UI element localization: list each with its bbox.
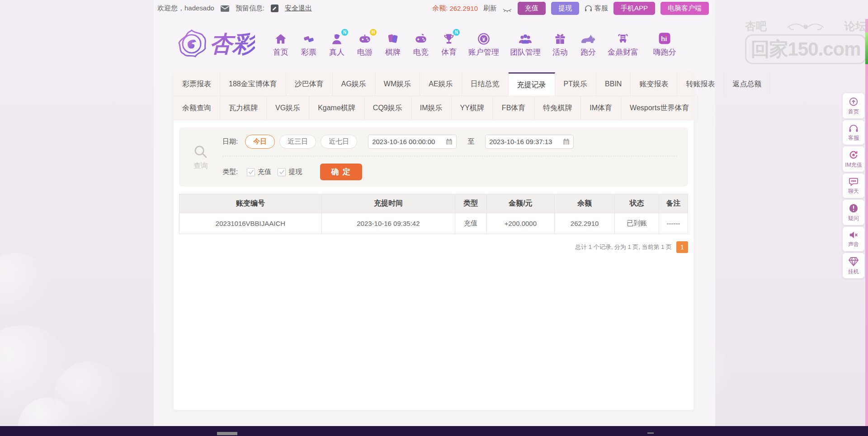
pc-client-button[interactable]: 电脑客户端 bbox=[660, 2, 709, 15]
cell-time: 2023-10-16 09:35:42 bbox=[322, 213, 455, 234]
col-change-id: 账变编号 bbox=[179, 194, 322, 213]
checkbox-withdraw[interactable]: 提现 bbox=[278, 168, 302, 176]
topbar: 欢迎您，hadesado 预留信息: 安全退出 余额: 262.2910 刷新 … bbox=[154, 0, 715, 17]
mail-icon[interactable] bbox=[221, 5, 229, 12]
decor-blob bbox=[54, 361, 122, 429]
edit-icon[interactable] bbox=[271, 5, 278, 12]
nav-home[interactable]: 首页 bbox=[267, 31, 295, 57]
page-1-button[interactable]: 1 bbox=[676, 241, 688, 253]
side-label: 客服 bbox=[843, 134, 864, 142]
side-label: 首页 bbox=[843, 108, 864, 116]
side-chat[interactable]: 聊天 bbox=[843, 173, 864, 198]
pagination: 总计 1 个记录, 分为 1 页, 当前第 1 页 1 bbox=[179, 241, 688, 253]
side-label: 挂机 bbox=[843, 268, 864, 276]
customer-service-link[interactable]: 客服 bbox=[585, 4, 608, 13]
calendar-icon bbox=[563, 138, 570, 145]
tab-caipiao-baobiao[interactable]: 彩票报表 bbox=[174, 72, 220, 96]
content-column: 欢迎您，hadesado 预留信息: 安全退出 余额: 262.2910 刷新 … bbox=[154, 0, 715, 426]
date-label: 日期: bbox=[222, 137, 238, 146]
rhino-icon bbox=[580, 31, 596, 45]
tab-wesports[interactable]: Wesports世界体育 bbox=[621, 96, 698, 120]
nav-label: 跑分 bbox=[580, 47, 596, 57]
tab-tetu-qipai[interactable]: 特兔棋牌 bbox=[534, 96, 581, 120]
tab-pt[interactable]: PT娱乐 bbox=[555, 72, 596, 96]
balance-value: 262.2910 bbox=[449, 5, 478, 12]
nav-paofen[interactable]: 跑分 bbox=[574, 31, 602, 57]
brand[interactable]: 杏彩 bbox=[177, 29, 255, 59]
tabs-row-1: 彩票报表 188金宝博体育 沙巴体育 AG娱乐 WM娱乐 AE娱乐 日结总览 充… bbox=[174, 72, 693, 96]
nav-label: 金鼎财富 bbox=[608, 47, 638, 57]
tab-kgame[interactable]: Kgame棋牌 bbox=[309, 96, 364, 120]
scrollbar-thumb[interactable] bbox=[865, 33, 868, 64]
tab-zhangbian-baobiao[interactable]: 账变报表 bbox=[631, 72, 677, 96]
team-icon bbox=[518, 31, 533, 45]
tab-chongti-jilu-active[interactable]: 充提记录 bbox=[509, 72, 555, 96]
gamepad-icon: H bbox=[358, 31, 372, 45]
tab-yue-chaxun[interactable]: 余额查询 bbox=[174, 96, 220, 120]
calendar-icon bbox=[446, 138, 453, 145]
trophy-icon: N bbox=[443, 31, 455, 45]
tab-cq9[interactable]: CQ9娱乐 bbox=[364, 96, 411, 120]
eye-slash-icon[interactable] bbox=[502, 5, 512, 12]
tab-wm[interactable]: WM娱乐 bbox=[375, 72, 420, 96]
cell-type: 充值 bbox=[455, 213, 486, 234]
nav-lottery[interactable]: 彩票 bbox=[295, 31, 323, 57]
nav-live[interactable]: N 真人 bbox=[323, 31, 351, 57]
nav-activity[interactable]: 活动 bbox=[546, 31, 574, 57]
tab-vg[interactable]: VG娱乐 bbox=[267, 96, 309, 120]
recharge-button[interactable]: 充值 bbox=[518, 2, 546, 15]
nav-account[interactable]: ¥ 账户管理 bbox=[463, 31, 505, 57]
nav-label: 体育 bbox=[441, 47, 457, 57]
table-row: 20231016VBBIJAAICH 2023-10-16 09:35:42 充… bbox=[179, 213, 688, 234]
preset-3days[interactable]: 近三日 bbox=[279, 135, 316, 149]
tab-ag[interactable]: AG娱乐 bbox=[333, 72, 375, 96]
tab-rijie-zonglan[interactable]: 日结总览 bbox=[462, 72, 509, 96]
footer-mark bbox=[647, 432, 654, 434]
page: 杏吧 论坛 回家150.com 欢迎您，hadesado 预留信息: bbox=[0, 0, 868, 436]
confirm-button[interactable]: 确 定 bbox=[320, 164, 362, 180]
tab-188-sports[interactable]: 188金宝博体育 bbox=[220, 72, 286, 96]
tab-shaba-sports[interactable]: 沙巴体育 bbox=[286, 72, 333, 96]
mobile-app-button[interactable]: 手机APP bbox=[613, 2, 655, 15]
filter-search-zone: 查询 bbox=[179, 135, 222, 180]
refresh-link[interactable]: 刷新 bbox=[483, 4, 497, 13]
tab-fb-sports[interactable]: FB体育 bbox=[493, 96, 534, 120]
nav-team[interactable]: 团队管理 bbox=[505, 31, 546, 57]
date-from-input[interactable]: 2023-10-16 00:00:00 bbox=[368, 135, 457, 149]
table-header-row: 账变编号 充提时间 类型 金额/元 余额 状态 备注 bbox=[179, 194, 688, 213]
side-home[interactable]: 首页 bbox=[843, 93, 864, 118]
side-question[interactable]: 疑问 bbox=[843, 200, 864, 225]
checkbox-recharge[interactable]: 充值 bbox=[247, 168, 271, 176]
col-status: 状态 bbox=[615, 194, 659, 213]
tab-im-sports[interactable]: IM体育 bbox=[581, 96, 621, 120]
tab-fandian-zonge[interactable]: 返点总额 bbox=[724, 72, 770, 96]
nav-jinding[interactable]: 金鼎财富 bbox=[602, 31, 644, 57]
side-sound[interactable]: 声音 bbox=[843, 227, 864, 251]
side-service[interactable]: 客服 bbox=[843, 120, 864, 145]
tab-bbin[interactable]: BBIN bbox=[596, 72, 631, 96]
withdraw-button[interactable]: 提现 bbox=[551, 2, 579, 15]
nav-label: 电竞 bbox=[413, 47, 429, 57]
scrollbar-track[interactable] bbox=[865, 19, 868, 436]
nav-hipaofen[interactable]: hi 嗨跑分 bbox=[644, 31, 685, 57]
side-im-recharge[interactable]: IM充值 bbox=[843, 146, 864, 172]
tab-im-yule[interactable]: IM娱乐 bbox=[411, 96, 452, 120]
nav-esports[interactable]: 电竞 bbox=[407, 31, 435, 57]
type-label: 类型: bbox=[222, 168, 238, 176]
watermark-left: 杏吧 bbox=[745, 19, 767, 33]
nav-egame[interactable]: H 电游 bbox=[351, 31, 379, 57]
logout-link[interactable]: 安全退出 bbox=[285, 4, 312, 13]
date-to-input[interactable]: 2023-10-16 09:37:13 bbox=[485, 135, 574, 149]
watermark-right: 论坛 bbox=[844, 19, 866, 33]
preset-today[interactable]: 今日 bbox=[245, 135, 275, 149]
side-guaji[interactable]: 挂机 bbox=[843, 253, 864, 278]
tab-ae[interactable]: AE娱乐 bbox=[420, 72, 462, 96]
tab-wali-qipai[interactable]: 瓦力棋牌 bbox=[220, 96, 267, 120]
live-person-icon: N bbox=[330, 31, 344, 45]
preset-7days[interactable]: 近七日 bbox=[321, 135, 357, 149]
tab-yy-qipai[interactable]: YY棋牌 bbox=[452, 96, 493, 120]
nav-sports[interactable]: N 体育 bbox=[435, 31, 463, 57]
coin-icon: ¥ bbox=[477, 31, 490, 45]
nav-chess[interactable]: 棋牌 bbox=[379, 31, 407, 57]
tab-zhuanzhang-baobiao[interactable]: 转账报表 bbox=[677, 72, 724, 96]
